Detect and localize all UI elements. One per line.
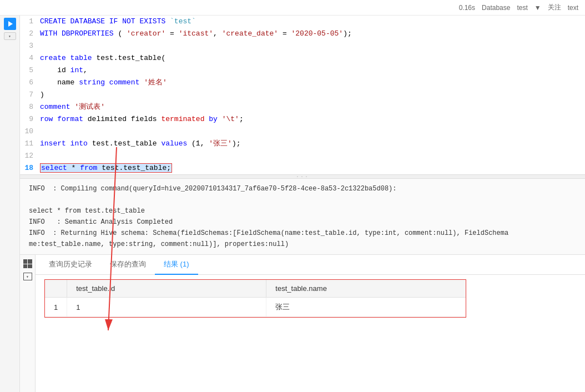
download-icon[interactable]: ▾: [23, 273, 32, 280]
cell-name-1: 张三: [266, 298, 466, 317]
result-table: test_table.id test_table.name 1 1 张三: [45, 280, 466, 317]
label1: 关注: [548, 3, 561, 12]
code-line-3: 3: [20, 40, 585, 52]
code-line-7: 7 ): [20, 89, 585, 101]
top-bar: 0.16s Database test ▼ 关注 text: [0, 0, 585, 16]
code-table: 1 CREATE DATABASE IF NOT EXISTS `test` 2…: [20, 16, 585, 174]
grid-cell-3: [23, 264, 28, 269]
result-table-wrapper: test_table.id test_table.name 1 1 张三: [44, 279, 466, 318]
tab-saved[interactable]: 保存的查询: [101, 255, 155, 275]
code-content-10: [38, 125, 585, 138]
result-left-icons: ▾: [20, 255, 36, 392]
code-line-2: 2 WITH DBPROPERTIES ( 'creator' = 'itcas…: [20, 28, 585, 40]
code-content-6: name string comment '姓名': [38, 77, 585, 89]
line-num-2: 2: [20, 28, 38, 40]
code-line-1: 1 CREATE DATABASE IF NOT EXISTS `test`: [20, 16, 585, 28]
line-num-11: 11: [20, 138, 38, 150]
row-index-1: 1: [45, 298, 67, 317]
code-line-6: 6 name string comment '姓名': [20, 77, 585, 89]
line-num-18: 18: [20, 162, 38, 174]
tab-results[interactable]: 结果 (1): [155, 255, 198, 275]
code-content-9: row format delimited fields terminated b…: [38, 113, 585, 125]
tabs-bar: 查询历史记录 保存的查询 结果 (1): [36, 255, 585, 275]
log-line-6: me:test_table.name, type:string, comment…: [29, 239, 576, 250]
code-content-5: id int,: [38, 64, 585, 77]
code-content-11: insert into test.test_table values (1, '…: [38, 138, 585, 150]
code-line-5: 5 id int,: [20, 64, 585, 77]
code-line-8: 8 comment '测试表': [20, 101, 585, 113]
divider[interactable]: ···: [20, 174, 585, 179]
code-content-7: ): [38, 89, 585, 101]
log-line-1: INFO : Compiling command(queryId=hive_20…: [29, 183, 576, 194]
selected-code: select * from test.test_table;: [40, 163, 172, 173]
database-label: Database: [482, 4, 510, 12]
line-num-1: 1: [20, 16, 38, 28]
bottom-section: ▾ 查询历史记录 保存的查询 结果 (1): [20, 255, 585, 392]
log-line-3: select * from test.test_table: [29, 205, 576, 217]
code-line-10: 10: [20, 125, 585, 138]
cell-id-1: 1: [67, 298, 266, 317]
line-num-3: 3: [20, 40, 38, 52]
code-line-9: 9 row format delimited fields terminated…: [20, 113, 585, 125]
bottom-content: 查询历史记录 保存的查询 结果 (1) test_table.id: [36, 255, 585, 392]
left-gutter: ▾: [0, 16, 20, 392]
editor-area: 1 CREATE DATABASE IF NOT EXISTS `test` 2…: [20, 16, 585, 392]
run-options-button[interactable]: ▾: [4, 32, 16, 40]
results-section: test_table.id test_table.name 1 1 张三: [36, 275, 585, 392]
log-output: INFO : Compiling command(queryId=hive_20…: [20, 179, 585, 255]
grid-cell-1: [23, 259, 28, 264]
code-line-18: 18 select * from test.test_table;: [20, 162, 585, 174]
query-time: 0.16s: [459, 4, 475, 12]
tab-history[interactable]: 查询历史记录: [40, 255, 101, 275]
code-line-11: 11 insert into test.test_table values (1…: [20, 138, 585, 150]
header-name: test_table.name: [266, 280, 466, 298]
dropdown-arrow[interactable]: ▼: [534, 4, 541, 12]
code-line-4: 4 create table test.test_table(: [20, 52, 585, 64]
code-content-4: create table test.test_table(: [38, 52, 585, 64]
line-num-12: 12: [20, 150, 38, 162]
code-content-12: [38, 150, 585, 162]
run-button[interactable]: [4, 18, 16, 30]
line-num-10: 10: [20, 125, 38, 138]
line-num-6: 6: [20, 77, 38, 89]
code-line-12: 12: [20, 150, 585, 162]
code-content-8: comment '测试表': [38, 101, 585, 113]
log-line-2: [29, 194, 576, 205]
database-value: test: [517, 4, 527, 12]
code-content-18: select * from test.test_table;: [38, 162, 585, 174]
grid-cell-2: [28, 259, 32, 264]
result-header-row: test_table.id test_table.name: [45, 280, 466, 298]
header-id: test_table.id: [67, 280, 266, 298]
log-line-4: INFO : Semantic Analysis Completed: [29, 217, 576, 228]
line-num-9: 9: [20, 113, 38, 125]
header-rownum: [45, 280, 67, 298]
code-content-2: WITH DBPROPERTIES ( 'creator' = 'itcast'…: [38, 28, 585, 40]
grid-cell-4: [28, 264, 32, 269]
result-row-1: 1 1 张三: [45, 298, 466, 317]
line-num-4: 4: [20, 52, 38, 64]
line-num-7: 7: [20, 89, 38, 101]
label2: text: [568, 4, 578, 12]
line-num-8: 8: [20, 101, 38, 113]
code-editor[interactable]: 1 CREATE DATABASE IF NOT EXISTS `test` 2…: [20, 16, 585, 174]
line-num-5: 5: [20, 64, 38, 77]
log-line-5: INFO : Returning Hive schema: Schema(fie…: [29, 228, 576, 239]
code-content-1: CREATE DATABASE IF NOT EXISTS `test`: [38, 16, 585, 28]
main-container: ▾ 1 CREATE DATABASE IF NOT EXISTS `test`…: [0, 16, 585, 392]
grid-icon[interactable]: [23, 259, 32, 268]
code-content-3: [38, 40, 585, 52]
